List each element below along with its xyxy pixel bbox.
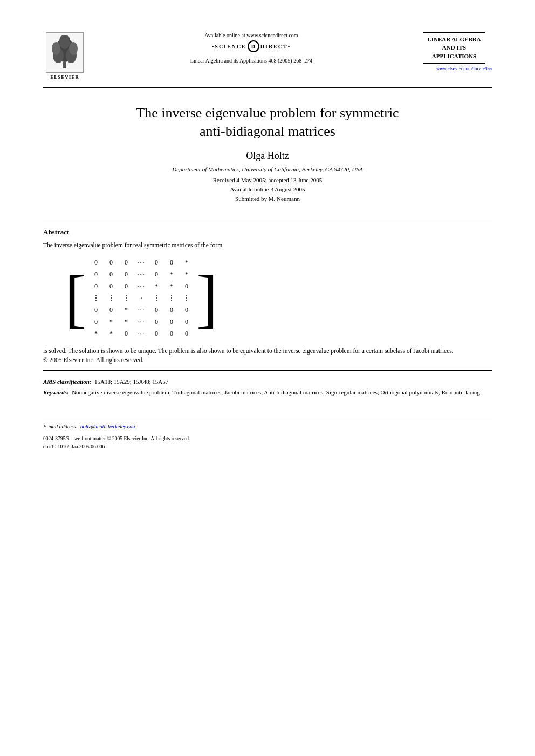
matrix-cell: 0 — [179, 304, 194, 316]
matrix-cell: 0 — [149, 257, 164, 269]
elsevier-label: ELSEVIER — [50, 74, 79, 80]
matrix-cell: ⋮ — [88, 293, 104, 304]
matrix-cell: ⋮ — [164, 293, 179, 304]
matrix-cell: * — [179, 257, 194, 269]
matrix-cell: · — [134, 293, 149, 304]
matrix-cell: 0 — [104, 304, 119, 316]
footer-rule — [43, 419, 492, 419]
matrix-cell: * — [88, 328, 104, 340]
matrix-cell: 0 — [88, 257, 104, 269]
journal-url[interactable]: www.elsevier.com/locate/laa — [416, 66, 492, 71]
keywords-section: Keywords: Nonnegative inverse eigenvalue… — [43, 388, 492, 397]
header-right: LINEAR ALGEBRA AND ITS APPLICATIONS www.… — [416, 32, 492, 71]
matrix-cell: * — [104, 316, 119, 328]
matrix-cell: 0 — [88, 304, 104, 316]
abstract-heading: Abstract — [43, 228, 492, 237]
submitted-by: Submitted by M. Neumann — [235, 196, 300, 202]
journal-title-line3: APPLICATIONS — [427, 52, 481, 60]
svg-point-4 — [52, 42, 60, 55]
matrix-cell: 0 — [119, 269, 134, 281]
email-label: E-mail address: — [43, 424, 78, 429]
matrix-cell: 0 — [104, 269, 119, 281]
matrix-cell: ⋮ — [149, 293, 164, 304]
journal-header: ELSEVIER Available online at www.science… — [43, 32, 492, 80]
matrix-cell: 0 — [104, 281, 119, 293]
matrix-cell: * — [104, 328, 119, 340]
ams-value: 15A18; 15A29; 15A48; 15A57 — [94, 378, 168, 385]
elsevier-tree-image — [46, 32, 84, 73]
matrix-cell: * — [119, 316, 134, 328]
matrix-cell: 0 — [164, 328, 179, 340]
ams-classification: AMS classification: 15A18; 15A29; 15A48;… — [43, 378, 492, 385]
elsevier-logo: ELSEVIER — [43, 32, 86, 80]
matrix-bracket-right: ] — [196, 257, 218, 340]
sd-circle-icon: D — [248, 40, 259, 52]
journal-citation: Linear Algebra and its Applications 408 … — [190, 58, 312, 64]
article-title: The inverse eigenvalue problem for symme… — [43, 104, 492, 141]
svg-rect-0 — [63, 62, 66, 68]
matrix-cell: 0 — [179, 316, 194, 328]
matrix-cell: * — [149, 281, 164, 293]
sciencedirect-logo: •SCIENCE D DIRECT• — [212, 40, 291, 52]
matrix-cell: 0 — [88, 269, 104, 281]
available-online-text: Available online at www.sciencedirect.co… — [204, 32, 298, 38]
author-name: Olga Holtz — [43, 150, 492, 162]
ams-label: AMS classification: — [43, 378, 92, 385]
header-divider — [43, 87, 492, 88]
journal-title-line2: AND ITS — [427, 44, 481, 52]
science-text: •SCIENCE — [212, 44, 246, 50]
copyright-notice: 0024-3795/$ - see front matter © 2005 El… — [43, 435, 492, 451]
matrix-cell: ⋮ — [179, 293, 194, 304]
matrix-cell: 0 — [149, 316, 164, 328]
matrix-cell: 0 — [164, 257, 179, 269]
matrix-cell: 0 — [119, 328, 134, 340]
matrix-cell: * — [164, 281, 179, 293]
matrix-cell: 0 — [149, 328, 164, 340]
svg-point-5 — [69, 42, 78, 55]
matrix-cell: 0 — [164, 304, 179, 316]
matrix-cell: ··· — [134, 269, 149, 281]
matrix-cell: 0 — [164, 316, 179, 328]
matrix-cell: * — [119, 304, 134, 316]
matrix-cell: ⋮ — [104, 293, 119, 304]
matrix-cell: 0 — [88, 316, 104, 328]
available-online-article: Available online 3 August 2005 — [230, 186, 305, 192]
copyright-line1: 0024-3795/$ - see front matter © 2005 El… — [43, 436, 190, 441]
abstract-rule-top — [43, 220, 492, 220]
journal-title-line1: LINEAR ALGEBRA — [427, 36, 481, 44]
abstract-copyright: © 2005 Elsevier Inc. All rights reserved… — [43, 357, 143, 363]
article-title-line1: The inverse eigenvalue problem for symme… — [136, 105, 399, 121]
keywords-label: Keywords: — [43, 389, 69, 396]
matrix-cell: ··· — [134, 304, 149, 316]
doi-line: doi:10.1016/j.laa.2005.06.006 — [43, 444, 105, 449]
direct-text: DIRECT• — [260, 44, 291, 50]
abstract-intro: The inverse eigenvalue problem for real … — [43, 241, 492, 250]
matrix-cell: 0 — [179, 281, 194, 293]
matrix-grid: 0 0 0 ··· 0 0 * 0 0 0 ··· 0 * * 0 0 0 ··… — [88, 257, 194, 340]
received-date: Received 4 May 2005; accepted 13 June 20… — [213, 177, 323, 183]
matrix-cell: * — [179, 269, 194, 281]
page: ELSEVIER Available online at www.science… — [0, 0, 535, 756]
matrix-cell: ··· — [134, 257, 149, 269]
abstract-rule-bottom — [43, 370, 492, 371]
abstract-continuation: is solved. The solution is shown to be u… — [43, 346, 492, 365]
article-title-line2: anti-bidiagonal matrices — [200, 123, 335, 139]
matrix-cell: ··· — [134, 328, 149, 340]
received-dates: Received 4 May 2005; accepted 13 June 20… — [43, 176, 492, 204]
matrix-cell: ··· — [134, 281, 149, 293]
matrix-cell: 0 — [179, 328, 194, 340]
email-link[interactable]: holtz@math.berkeley.edu — [80, 424, 135, 429]
matrix-cell: 0 — [119, 257, 134, 269]
email-footnote: E-mail address: holtz@math.berkeley.edu — [43, 424, 492, 429]
matrix-display: [ 0 0 0 ··· 0 0 * 0 0 0 ··· 0 * * 0 0 0 … — [65, 257, 492, 340]
matrix-cell: ⋮ — [119, 293, 134, 304]
matrix-cell: * — [164, 269, 179, 281]
abstract-text2: is solved. The solution is shown to be u… — [43, 348, 454, 354]
header-middle: Available online at www.sciencedirect.co… — [97, 32, 406, 64]
matrix-cell: 0 — [149, 269, 164, 281]
author-affiliation: Department of Mathematics, University of… — [43, 166, 492, 172]
keywords-value: Nonnegative inverse eigenvalue problem; … — [72, 389, 480, 396]
matrix-cell: ··· — [134, 316, 149, 328]
matrix-cell: 0 — [88, 281, 104, 293]
matrix-cell: 0 — [149, 304, 164, 316]
